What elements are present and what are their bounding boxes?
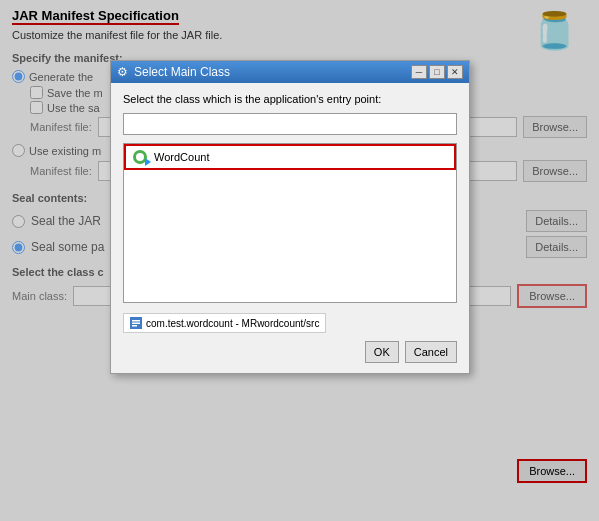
svg-rect-2 <box>132 323 140 325</box>
dialog-list[interactable]: WordCount <box>123 143 457 303</box>
dialog-titlebar: ⚙ Select Main Class ─ □ ✕ <box>111 61 469 83</box>
dialog-ok-button[interactable]: OK <box>365 341 399 363</box>
source-text: com.test.wordcount - MRwordcount/src <box>146 318 319 329</box>
select-main-class-dialog: ⚙ Select Main Class ─ □ ✕ Select the cla… <box>110 60 470 374</box>
svg-rect-1 <box>132 320 140 322</box>
list-item-name: WordCount <box>154 151 209 163</box>
dialog-minimize-button[interactable]: ─ <box>411 65 427 79</box>
class-play-arrow <box>145 158 151 166</box>
list-item[interactable]: WordCount <box>124 144 456 170</box>
dialog-cancel-button[interactable]: Cancel <box>405 341 457 363</box>
dialog-title-area: ⚙ Select Main Class <box>117 65 230 79</box>
dialog-body: Select the class which is the applicatio… <box>111 83 469 373</box>
dialog-description: Select the class which is the applicatio… <box>123 93 457 105</box>
main-panel: JAR Manifest Specification Customize the… <box>0 0 599 521</box>
dialog-icon: ⚙ <box>117 65 128 79</box>
dialog-controls: ─ □ ✕ <box>411 65 463 79</box>
dialog-maximize-button[interactable]: □ <box>429 65 445 79</box>
dialog-title: Select Main Class <box>134 65 230 79</box>
dialog-search-input[interactable] <box>123 113 457 135</box>
class-icon <box>132 149 148 165</box>
dialog-close-button[interactable]: ✕ <box>447 65 463 79</box>
source-item: com.test.wordcount - MRwordcount/src <box>123 313 326 333</box>
svg-rect-3 <box>132 325 137 327</box>
source-icon <box>130 317 142 329</box>
dialog-action-row: OK Cancel <box>123 341 457 363</box>
class-inner <box>136 153 144 161</box>
dialog-bottom-row: com.test.wordcount - MRwordcount/src <box>123 313 457 333</box>
